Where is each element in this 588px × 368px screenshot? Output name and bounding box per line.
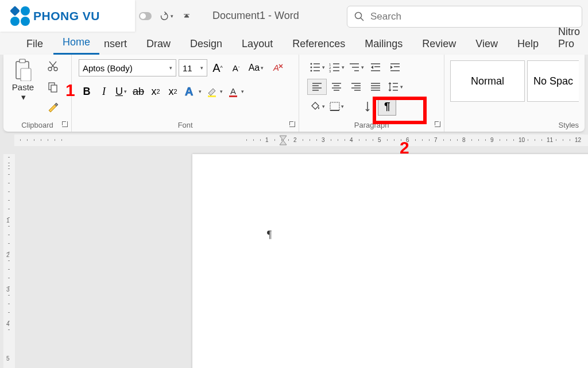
svg-text:1: 1 [329, 63, 331, 66]
tab-insert[interactable]: nsert [100, 34, 136, 55]
copy-button[interactable] [41, 79, 64, 95]
svg-rect-6 [21, 68, 31, 81]
tab-review[interactable]: Review [413, 34, 465, 55]
align-left-button[interactable] [307, 79, 327, 95]
superscript-button[interactable]: x2 [165, 82, 181, 101]
borders-button[interactable]: ▾ [327, 98, 346, 114]
search-input[interactable] [370, 11, 554, 22]
highlight-button[interactable]: ▾ [204, 82, 225, 101]
tab-mailings[interactable]: Mailings [355, 34, 412, 55]
vertical-ruler[interactable]: 12345 [3, 154, 15, 368]
group-label-paragraph: Paragraph [299, 121, 444, 129]
bullet-list-button[interactable]: ▾ [307, 59, 327, 75]
group-font: Aptos (Body) ▾ 11 ▾ A^ Aˇ Aa▾ A B I U▾ a… [72, 55, 299, 132]
paste-icon [13, 58, 33, 81]
tab-file[interactable]: File [17, 34, 52, 55]
annotation-1: 1 [65, 80, 75, 100]
multilevel-list-icon [349, 62, 360, 72]
align-right-button[interactable] [346, 79, 366, 95]
group-styles: Normal No Spac Styles [444, 55, 585, 132]
brand-logo-icon [10, 6, 30, 26]
brush-icon [47, 101, 59, 114]
brand-logo-box: PHONG VU [0, 0, 135, 32]
decrease-indent-button[interactable] [366, 59, 385, 75]
clear-format-icon: A [272, 62, 284, 74]
ribbon-tabstrip: File Home nsert Draw Design Layout Refer… [0, 32, 588, 55]
customize-qat-button[interactable] [179, 9, 194, 24]
font-name-select[interactable]: Aptos (Body) ▾ [79, 59, 176, 76]
align-center-button[interactable] [327, 79, 346, 95]
svg-rect-58 [330, 102, 339, 110]
subscript-button[interactable]: x2 [148, 82, 164, 101]
clear-formatting-button[interactable]: A [268, 60, 288, 76]
svg-rect-15 [208, 95, 216, 97]
search-box[interactable] [347, 6, 582, 28]
style-normal-label: Normal [471, 75, 504, 87]
horizontal-ruler[interactable]: 123456789101112 [14, 135, 588, 146]
search-icon [354, 12, 365, 22]
tab-references[interactable]: References [283, 34, 354, 55]
font-color-icon: A [227, 85, 240, 98]
paste-label: Paste [12, 82, 34, 92]
show-paragraph-marks-button[interactable]: ¶ [377, 98, 397, 114]
clipboard-dialog-launcher[interactable] [61, 120, 69, 128]
bullet-list-icon [310, 62, 321, 72]
paragraph-mark: ¶ [267, 229, 272, 241]
tab-home[interactable]: Home [53, 33, 99, 55]
underline-button[interactable]: U▾ [113, 82, 129, 101]
style-no-spacing[interactable]: No Spac [527, 60, 579, 102]
svg-rect-17 [229, 95, 237, 97]
brand-logo-text: PHONG VU [33, 9, 100, 23]
sort-button[interactable] [358, 98, 377, 114]
group-label-font: Font [72, 121, 299, 129]
font-dialog-launcher[interactable] [288, 120, 296, 128]
bucket-icon [310, 101, 321, 112]
font-size-select[interactable]: 11 ▾ [179, 59, 207, 76]
change-case-button[interactable]: Aa▾ [246, 60, 266, 76]
line-spacing-icon [388, 82, 399, 92]
shading-button[interactable]: ▾ [307, 98, 327, 114]
svg-text:A: A [273, 63, 279, 72]
justify-button[interactable] [366, 79, 385, 95]
title-bar: PHONG VU ▾ Document1 - Word [0, 0, 588, 32]
style-normal[interactable]: Normal [450, 60, 525, 102]
change-case-label: Aa [249, 63, 260, 73]
grow-font-button[interactable]: A^ [210, 60, 226, 76]
svg-point-22 [310, 70, 312, 72]
undo-button[interactable]: ▾ [158, 9, 173, 24]
tab-help[interactable]: Help [508, 34, 548, 55]
font-size-value: 11 [183, 63, 192, 73]
line-spacing-button[interactable]: ▾ [385, 79, 405, 95]
paragraph-dialog-launcher[interactable] [434, 120, 442, 128]
borders-icon [330, 102, 340, 111]
tab-layout[interactable]: Layout [233, 34, 282, 55]
ribbon: Paste ▾ Clipboard Aptos (Body) ▾ 11 [3, 55, 585, 132]
font-color-button[interactable]: A▾ [226, 82, 246, 101]
annotation-2: 2 [400, 138, 409, 158]
text-effects-button[interactable]: A▾ [182, 82, 203, 101]
font-name-value: Aptos (Body) [83, 63, 133, 73]
multilevel-list-button[interactable]: ▾ [346, 59, 366, 75]
shrink-font-button[interactable]: Aˇ [228, 60, 244, 76]
numbered-list-button[interactable]: 123▾ [327, 59, 346, 75]
tab-draw[interactable]: Draw [137, 34, 180, 55]
document-page[interactable]: ¶ [192, 154, 588, 368]
strikethrough-button[interactable]: ab [130, 82, 146, 101]
tab-nitro[interactable]: Nitro Pro [549, 22, 588, 55]
svg-text:A: A [230, 86, 236, 96]
align-left-icon [312, 82, 322, 91]
autosave-toggle[interactable] [138, 9, 153, 24]
italic-button[interactable]: I [96, 82, 112, 101]
format-painter-button[interactable] [41, 99, 64, 116]
svg-text:3: 3 [329, 70, 331, 72]
paste-button[interactable]: Paste ▾ [7, 58, 39, 102]
cut-button[interactable] [41, 58, 64, 74]
tab-view[interactable]: View [466, 34, 507, 55]
group-label-styles: Styles [559, 121, 579, 129]
indent-marker-icon[interactable] [278, 135, 288, 146]
tab-design[interactable]: Design [181, 34, 231, 55]
increase-indent-button[interactable] [385, 59, 405, 75]
bold-button[interactable]: B [79, 82, 95, 101]
indent-icon [389, 62, 401, 72]
sort-icon [363, 101, 372, 112]
